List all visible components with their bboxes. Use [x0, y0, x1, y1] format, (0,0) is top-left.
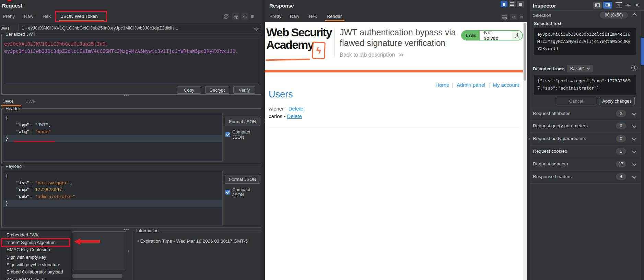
section-request-body-parameters[interactable]: Request body parameters 0 — [530, 132, 641, 145]
tab-request-pretty[interactable]: Pretty — [3, 14, 15, 19]
serialized-jwt-group: Serialized JWT eyJ0eXAiOiJKV1QiLCJhbGciO… — [1, 34, 261, 95]
code-line: "iss": "portswigger", — [3, 179, 222, 186]
tab-jws[interactable]: JWS — [3, 99, 13, 104]
word-wrap-icon[interactable] — [501, 14, 508, 20]
section-request-query-parameters[interactable]: Request query parameters 0 — [530, 120, 641, 133]
dock-left-icon[interactable] — [593, 2, 602, 9]
tab-response-hex[interactable]: Hex — [309, 14, 317, 19]
collapse-all-icon[interactable]: ⇅ — [625, 2, 631, 8]
plus-circle-icon[interactable] — [631, 65, 637, 71]
red-annotation-artifact — [8, 0, 11, 1]
menu-item-sign-with-empty-key[interactable]: Sign with empty key — [0, 254, 71, 261]
format-json-button[interactable]: Format JSON — [225, 175, 260, 184]
word-wrap-glyph — [233, 14, 238, 19]
compact-json-checkbox[interactable]: Compact JSON — [225, 129, 261, 140]
splitter-handle[interactable]: ••• — [124, 229, 129, 231]
splitter-handle[interactable]: ••• — [124, 94, 129, 97]
red-annotation-box-jwt-tab — [55, 11, 107, 22]
code-line: "typ": "JWT", — [3, 121, 222, 128]
divider — [0, 22, 262, 22]
section-request-headers[interactable]: Request headers 17 — [530, 158, 641, 171]
tab-request-hex[interactable]: Hex — [43, 14, 51, 19]
delete-wiener-link[interactable]: Delete — [289, 106, 303, 112]
word-wrap-glyph — [502, 15, 507, 20]
decrypt-button[interactable]: Decrypt — [205, 86, 229, 94]
menu-item-hmac-key-confusion[interactable]: HMAC Key Confusion — [0, 246, 71, 254]
section-request-cookies[interactable]: Request cookies 1 — [530, 145, 641, 158]
signature-editor[interactable] — [72, 231, 126, 270]
checkbox-checked-icon[interactable] — [225, 190, 230, 195]
tab-response-render[interactable]: Render — [327, 14, 342, 19]
divider — [334, 29, 335, 56]
back-to-lab-link[interactable]: Back to lab description≫ — [340, 51, 404, 58]
information-group: Information • Expiration Time - Wed Mar … — [132, 231, 261, 280]
lightning-icon: ϟ — [312, 42, 326, 59]
close-icon[interactable]: ✕ — [635, 2, 640, 8]
pause-icon[interactable] — [501, 1, 507, 7]
chevron-down-icon — [254, 26, 259, 31]
compact-json-checkbox[interactable]: Compact JSON — [225, 187, 261, 197]
menu-item-sign-with-psychic-signature[interactable]: Sign with psychic signature — [0, 261, 71, 269]
chevrons-right-icon: ≫ — [398, 52, 404, 58]
layout-rows-icon[interactable] — [509, 1, 516, 7]
chevron-down-icon — [632, 111, 636, 116]
decoded-text-value[interactable]: {"iss":"portswigger","exp":1773823097,"s… — [534, 75, 636, 95]
encoding-dropdown[interactable]: Base64 — [567, 65, 593, 72]
code-line: { — [3, 173, 222, 179]
menu-item-embed-collaborator-payload[interactable]: Embed Collaborator payload — [0, 268, 71, 276]
count-badge: 2 — [616, 110, 626, 117]
chevron-down-icon — [632, 149, 636, 153]
jwt-selector-dropdown[interactable]: 1 - eyJ0eXAiOiJKV1QiLCJhbGciOiJub25lIn0.… — [19, 24, 261, 32]
academy-logo: Web Security — [266, 26, 332, 38]
header-legend: Header — [4, 106, 22, 111]
bullet-icon: • — [137, 238, 139, 244]
jwt-header-editor[interactable]: { "typ": "JWT", "alg": "none" } — [3, 113, 223, 162]
serialized-jwt-editor[interactable]: eyJ0eXAiOiJKV1QiLCJhbGciOiJub25lIn0. eyJ… — [3, 38, 259, 84]
horizontal-scrollbar-thumb[interactable] — [72, 274, 122, 278]
checkbox-checked-icon[interactable] — [225, 132, 230, 137]
burp-window: Request Pretty Raw Hex JSON Web Token \n… — [0, 0, 644, 280]
jwt-payload-segment: eyJpc3MiOiJwb3J0c3dpZ2dlciIsImV4cCI6MTc3… — [4, 48, 258, 55]
nav-admin-panel-link[interactable]: Admin panel — [457, 82, 485, 88]
nav-home-link[interactable]: Home — [435, 82, 449, 88]
scrollbar-thumb[interactable] — [524, 23, 526, 81]
dock-right-icon[interactable] — [603, 2, 612, 9]
verify-button[interactable]: Verify — [233, 86, 255, 94]
tab-request-raw[interactable]: Raw — [24, 14, 33, 19]
apply-changes-button[interactable]: Apply changes — [599, 97, 635, 105]
format-json-button[interactable]: Format JSON — [225, 117, 260, 126]
nav-my-account-link[interactable]: My account — [493, 82, 519, 88]
cancel-button[interactable]: Cancel — [556, 97, 596, 105]
red-annotation-arrow — [74, 238, 80, 245]
selected-tab-underline — [325, 20, 344, 21]
lab-title: JWT authentication bypass via flawed sig… — [340, 27, 460, 48]
newline-icon[interactable]: \n — [510, 14, 517, 20]
red-annotation-arrow-shaft — [80, 240, 100, 243]
tab-response-raw[interactable]: Raw — [290, 14, 299, 19]
hide-nonprinting-icon[interactable] — [223, 13, 230, 20]
stop-icon[interactable] — [517, 1, 524, 7]
count-badge: 0 — [616, 135, 626, 142]
editor-menu-icon[interactable]: ≡ — [520, 14, 523, 20]
selected-text-value[interactable]: eyJpc3MiOiJwb3J0c3dpZ2dlciIsImV4cCI6MTc3… — [534, 28, 636, 55]
section-request-attributes[interactable]: Request attributes 2 — [530, 107, 641, 120]
delete-carlos-link[interactable]: Delete — [287, 113, 302, 119]
tab-response-pretty[interactable]: Pretty — [269, 14, 281, 19]
copy-button[interactable]: Copy — [177, 86, 201, 94]
request-panel-title: Request — [2, 3, 22, 9]
word-wrap-icon[interactable] — [232, 13, 239, 20]
scrollbar-thumb[interactable] — [641, 38, 644, 65]
editor-menu-icon[interactable]: ≡ — [251, 13, 254, 20]
menu-item-embedded-jwk[interactable]: Embedded JWK — [0, 231, 71, 239]
chevron-down-icon — [632, 124, 636, 128]
newline-icon[interactable]: \n — [241, 13, 248, 20]
tab-jwe[interactable]: JWE — [26, 99, 36, 104]
information-legend: Information — [134, 228, 160, 233]
compact-json-label: Compact JSON — [232, 129, 261, 140]
expand-all-icon[interactable]: ⇅ — [616, 2, 622, 8]
menu-item-weak-hmac-secret[interactable]: Weak HMAC secret — [0, 276, 71, 280]
section-response-headers[interactable]: Response headers 4 — [530, 171, 641, 184]
panel-splitter[interactable] — [262, 0, 265, 280]
splitter-handle[interactable]: ⋮ — [127, 250, 131, 253]
jwt-payload-editor[interactable]: { "iss": "portswigger", "exp": 177382309… — [3, 171, 223, 225]
